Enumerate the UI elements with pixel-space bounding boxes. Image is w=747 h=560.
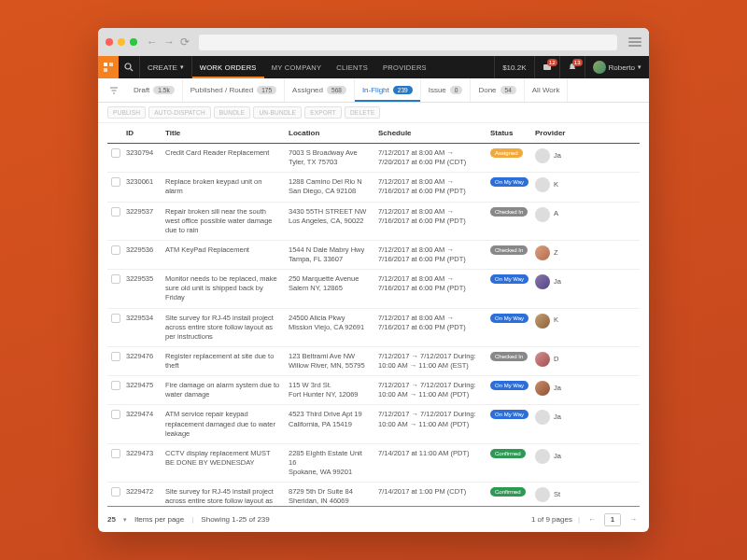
cell-id: 3229474 [122, 405, 162, 443]
messages-button[interactable]: 12 [534, 56, 559, 78]
menu-clients[interactable]: CLIENTS [329, 56, 375, 78]
filter-tab-count: 568 [327, 86, 346, 94]
row-checkbox[interactable] [111, 381, 120, 390]
reload-icon[interactable]: ⟳ [180, 35, 190, 49]
col-status[interactable]: Status [486, 123, 531, 144]
items-per-page-label: Items per page [134, 515, 184, 524]
filter-tab-all-work[interactable]: All Work [525, 78, 569, 102]
table-row[interactable]: 3229474ATM service repair keypad replace… [107, 405, 640, 443]
notifications-button[interactable]: 13 [559, 56, 585, 78]
app-logo[interactable] [98, 56, 119, 78]
menu-providers[interactable]: PROVIDERS [375, 56, 434, 78]
row-checkbox[interactable] [111, 352, 120, 361]
chevron-down-icon[interactable]: ▾ [123, 516, 127, 524]
row-checkbox[interactable] [111, 245, 120, 255]
next-page-button[interactable]: → [627, 513, 640, 526]
row-checkbox[interactable] [111, 207, 120, 217]
row-checkbox[interactable] [111, 410, 120, 419]
row-checkbox[interactable] [111, 449, 120, 458]
status-badge: Checked In [490, 352, 528, 361]
action-export[interactable]: EXPORT [304, 106, 342, 119]
page-input[interactable] [604, 513, 621, 526]
cell-provider[interactable]: K [535, 314, 636, 329]
menu-my-company[interactable]: MY COMPANY [264, 56, 330, 78]
items-per-page-value[interactable]: 25 [107, 515, 116, 524]
col-schedule[interactable]: Schedule [374, 123, 486, 144]
row-checkbox[interactable] [111, 487, 120, 497]
table-row[interactable]: 3229534Site survey for RJ-45 install pro… [107, 308, 640, 346]
menu-icon[interactable] [628, 37, 641, 47]
cell-provider[interactable]: A [535, 207, 636, 222]
chevron-down-icon: ▾ [638, 63, 641, 71]
action-delete[interactable]: DELETE [345, 106, 381, 119]
filter-icon[interactable] [107, 84, 120, 97]
cell-provider[interactable]: St [535, 487, 636, 502]
cell-title: Site survey for RJ-45 install project ac… [162, 483, 285, 506]
cell-provider[interactable]: Ja [535, 381, 636, 396]
wallet-button[interactable]: $10.2K [494, 56, 533, 78]
provider-avatar-icon [535, 410, 550, 425]
cell-title: Fire damage on alarm system due to water… [162, 376, 285, 405]
status-badge: Confirmed [490, 487, 526, 497]
provider-initial: K [554, 180, 558, 189]
cell-provider[interactable]: D [535, 352, 636, 367]
status-badge: On My Way [490, 314, 529, 323]
action-auto-dispatch[interactable]: AUTO-DISPATCH [148, 106, 211, 119]
provider-avatar-icon [535, 274, 550, 289]
table-row[interactable]: 3230794Credit Card Reader Replacement700… [107, 144, 640, 173]
cell-id: 3229472 [122, 483, 162, 506]
table-row[interactable]: 3229475Fire damage on alarm system due t… [107, 376, 640, 405]
filter-tabs: Draft1.5kPublished / Routed175Assigned56… [98, 78, 649, 103]
cell-provider[interactable]: Ja [535, 274, 636, 289]
filter-tab-published-routed[interactable]: Published / Routed175 [183, 78, 285, 102]
row-checkbox[interactable] [111, 314, 120, 323]
cell-location: 1288 Camino Del Rio NSan Diego, CA 92108 [285, 173, 374, 202]
menu-work-orders[interactable]: WORK ORDERS [192, 56, 264, 78]
user-menu[interactable]: Roberto ▾ [585, 56, 649, 78]
maximize-window-icon[interactable] [130, 38, 137, 46]
filter-tab-issue[interactable]: Issue0 [421, 78, 472, 102]
table-row[interactable]: 3229535Monitor needs to be replaced, mak… [107, 270, 640, 308]
filter-tab-assigned[interactable]: Assigned568 [285, 78, 355, 102]
table-row[interactable]: 3229472Site survey for RJ-45 install pro… [107, 483, 640, 506]
close-window-icon[interactable] [106, 38, 113, 46]
col-checkbox[interactable] [107, 123, 122, 144]
minimize-window-icon[interactable] [118, 38, 125, 46]
action-un-bundle[interactable]: UN-BUNDLE [253, 106, 302, 119]
search-icon[interactable] [119, 56, 140, 78]
cell-schedule: 7/12/2017 at 8:00 AM → 7/16/2017 at 6:00… [374, 173, 486, 202]
cell-provider[interactable]: Ja [535, 449, 636, 464]
table-row[interactable]: 3230061Replace broken keypad unit on ala… [107, 173, 640, 202]
action-publish[interactable]: PUBLISH [107, 106, 146, 119]
create-button[interactable]: CREATE ▾ [140, 56, 192, 78]
cell-location: 3430 55TH STREET NWLos Angeles, CA, 9002… [285, 202, 374, 240]
filter-tab-draft[interactable]: Draft1.5k [126, 78, 183, 102]
url-bar[interactable] [199, 35, 617, 50]
row-checkbox[interactable] [111, 177, 120, 187]
col-location[interactable]: Location [285, 123, 374, 144]
table-row[interactable]: 3229473CCTV display replacement MUST BE … [107, 443, 640, 482]
prev-page-button[interactable]: ← [585, 513, 599, 526]
forward-icon[interactable]: → [163, 35, 175, 49]
filter-tab-done[interactable]: Done54 [471, 78, 524, 102]
back-icon[interactable]: ← [147, 35, 158, 49]
cell-provider[interactable]: Ja [535, 410, 636, 425]
col-provider[interactable]: Provider [531, 123, 640, 144]
col-title[interactable]: Title [162, 123, 285, 144]
cell-location: 115 W 3rd St.Fort Hunter NY, 12069 [285, 376, 374, 405]
row-checkbox[interactable] [111, 148, 120, 158]
table-row[interactable]: 3229536ATM KeyPad Replacement1544 N Dale… [107, 240, 640, 269]
table-row[interactable]: 3229537Repair broken sill near the south… [107, 202, 640, 240]
filter-tab-in-flight[interactable]: In-Flight239 [355, 78, 421, 102]
row-checkbox[interactable] [111, 274, 120, 284]
table-row[interactable]: 3229476Register replacement at site due … [107, 346, 640, 375]
provider-initial: Ja [554, 384, 561, 393]
col-id[interactable]: ID [122, 123, 162, 144]
cell-provider[interactable]: Ja [535, 148, 636, 163]
cell-location: 2285 Eighth Estate Unit 16Spokane, WA 99… [285, 443, 374, 482]
action-bundle[interactable]: BUNDLE [214, 106, 251, 119]
cell-provider[interactable]: Z [535, 245, 636, 260]
filter-tab-label: All Work [532, 86, 560, 94]
status-badge: On My Way [490, 274, 529, 284]
cell-provider[interactable]: K [535, 177, 636, 192]
